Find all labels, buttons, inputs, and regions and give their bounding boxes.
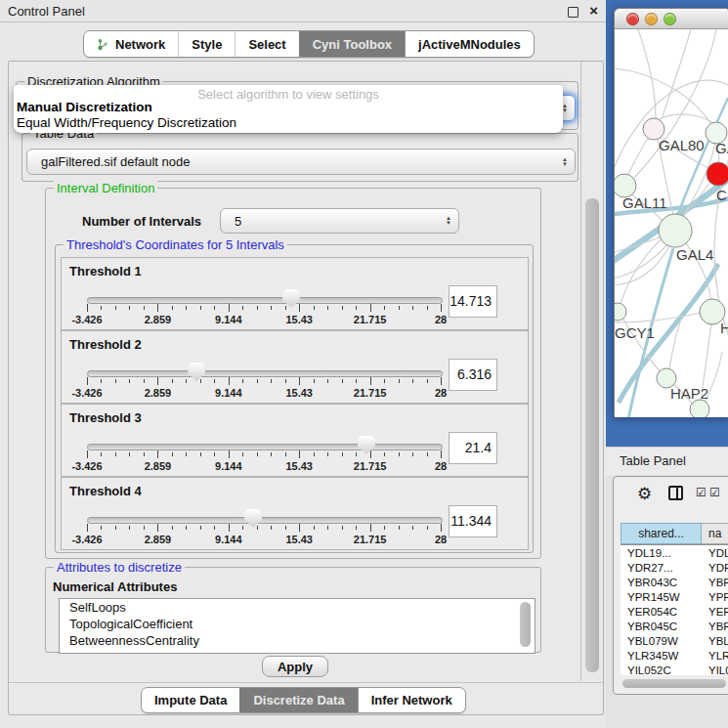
threshold-3-slider[interactable]: -3.4262.8599.14415.4321.71528: [77, 432, 470, 475]
slider-track[interactable]: [87, 297, 443, 304]
threshold-1-value-field[interactable]: 14.713: [449, 285, 497, 318]
close-icon[interactable]: ×: [589, 2, 598, 19]
cell-name[interactable]: YDL1: [702, 547, 728, 559]
table-row[interactable]: YBR045CYBR0: [621, 619, 728, 633]
cell-shared-name[interactable]: YDR27...: [621, 562, 702, 574]
cell-name[interactable]: YIL0: [702, 664, 728, 676]
table-row[interactable]: YDR27...YDR2: [621, 560, 728, 575]
attribute-item-topologicalcoefficient[interactable]: TopologicalCoefficient: [60, 616, 535, 632]
cell-shared-name[interactable]: YDL19...: [621, 547, 702, 559]
minimize-traffic-light[interactable]: [645, 13, 658, 25]
cell-shared-name[interactable]: YBL079W: [621, 635, 702, 647]
network-edge[interactable]: [627, 133, 652, 176]
top-tab-bar: NetworkStyleSelectCyni ToolboxjActiveMNo…: [83, 30, 535, 58]
cell-shared-name[interactable]: YBR043C: [621, 577, 702, 588]
tick-mark: [172, 452, 173, 456]
tick-mark: [441, 450, 442, 458]
tab-select[interactable]: Select: [235, 31, 298, 57]
cell-shared-name[interactable]: YER054C: [621, 606, 702, 618]
table-row[interactable]: YBR043CYBR0: [621, 575, 728, 589]
node-table-rows: YDL19...YDL1YDR27...YDR2YBR043CYBR0YPR14…: [621, 545, 728, 675]
table-row[interactable]: YIL052CYIL0: [621, 663, 728, 675]
cell-shared-name[interactable]: YIL052C: [621, 664, 702, 676]
threshold-4-slider[interactable]: -3.4262.8599.14415.4321.71528: [77, 505, 470, 548]
table-horizontal-scrollbar[interactable]: [622, 679, 726, 688]
cell-name[interactable]: YER0: [702, 606, 728, 618]
threshold-4-value-field[interactable]: 11.344: [449, 505, 497, 537]
table-data-combo[interactable]: galFiltered.sif default node ▲▼: [26, 149, 576, 175]
tab-style[interactable]: Style: [178, 31, 235, 57]
slider-ticks: [87, 524, 441, 533]
select-all-columns-icon[interactable]: ☑: [709, 486, 720, 499]
bottom-tab-discretize-data[interactable]: Discretize Data: [239, 688, 357, 712]
algorithm-option-equal-width[interactable]: Equal Width/Frequency Discretization: [17, 115, 236, 130]
network-edge[interactable]: [656, 114, 716, 125]
attributes-list-scrollbar[interactable]: [520, 602, 531, 647]
table-row[interactable]: YPR145WYPR1: [621, 589, 728, 604]
tab-jactivemnodules[interactable]: jActiveMNodules: [405, 31, 534, 57]
network-node[interactable]: [659, 214, 692, 247]
cell-name[interactable]: YDR2: [702, 562, 728, 574]
cell-name[interactable]: YBR0: [702, 577, 728, 588]
threshold-2-slider[interactable]: -3.4262.8599.14415.4321.71528: [77, 359, 470, 402]
cell-name[interactable]: YBR0: [702, 621, 728, 632]
tick-mark: [399, 452, 400, 456]
table-row[interactable]: YBL079WYBL0: [621, 633, 728, 648]
threshold-1-slider[interactable]: -3.4262.8599.14415.4321.71528: [77, 285, 470, 328]
tab-cyni-toolbox[interactable]: Cyni Toolbox: [299, 31, 405, 57]
apply-button[interactable]: Apply: [262, 656, 328, 677]
tick-label: 28: [435, 460, 447, 472]
column-header-shared-name[interactable]: shared...: [621, 523, 702, 544]
tick-label: 28: [435, 387, 447, 399]
attribute-item-betweennesscentrality[interactable]: BetweennessCentrality: [60, 632, 535, 649]
tab-network[interactable]: Network: [84, 31, 178, 57]
cell-name[interactable]: YLR3: [702, 650, 728, 662]
settings-gear-icon[interactable]: ⚙︎: [637, 484, 652, 504]
network-edge[interactable]: [621, 237, 664, 304]
table-data-group: Table Data galFiltered.sif default node …: [21, 133, 578, 182]
cell-name[interactable]: YBL0: [702, 635, 728, 647]
threshold-2-value-field[interactable]: 6.316: [449, 359, 497, 391]
network-node[interactable]: [615, 303, 626, 321]
split-columns-icon[interactable]: [668, 486, 683, 500]
node-label-gal4: GAL4: [676, 246, 713, 263]
main-vertical-scrollbar[interactable]: [585, 198, 599, 672]
algorithm-option-manual[interactable]: Manual Discretization: [17, 100, 152, 114]
threshold-label: Threshold 4: [69, 484, 142, 498]
tick-mark: [327, 306, 328, 310]
network-canvas-svg[interactable]: GAL80GACGAL11GAL4GCY1HHAP2: [615, 29, 728, 417]
table-row[interactable]: YLR345WYLR3: [621, 648, 728, 663]
threshold-label: Threshold 3: [69, 410, 142, 425]
bottom-tab-impute-data[interactable]: Impute Data: [142, 688, 239, 712]
node-label-ga: GA: [715, 140, 728, 156]
threshold-3-value-field[interactable]: 21.4: [449, 432, 497, 464]
network-node[interactable]: [707, 162, 728, 186]
network-edge[interactable]: [683, 181, 711, 217]
bottom-tab-infer-network[interactable]: Infer Network: [358, 688, 465, 712]
float-window-icon[interactable]: [568, 7, 578, 18]
attribute-item-selfloops[interactable]: SelfLoops: [60, 599, 535, 616]
slider-track[interactable]: [87, 370, 443, 377]
select-columns-icon[interactable]: ☑: [696, 486, 707, 499]
network-node[interactable]: [690, 400, 709, 417]
table-row[interactable]: YER054CYER0: [621, 604, 728, 619]
slider-track[interactable]: [87, 444, 443, 450]
zoom-traffic-light[interactable]: [664, 13, 676, 25]
close-traffic-light[interactable]: [626, 13, 639, 25]
numerical-attributes-list[interactable]: SelfLoopsTopologicalCoefficientBetweenne…: [59, 598, 535, 654]
number-of-intervals-combo[interactable]: 5 ▲▼: [220, 208, 459, 234]
table-row[interactable]: YDL19...YDL1: [621, 545, 728, 560]
cell-shared-name[interactable]: YPR145W: [621, 591, 702, 603]
network-edge[interactable]: [634, 29, 716, 178]
cell-shared-name[interactable]: YBR045C: [621, 621, 702, 632]
tick-mark: [271, 526, 272, 530]
table-data-combo-value: galFiltered.sif default node: [27, 154, 555, 169]
network-edge[interactable]: [615, 313, 701, 322]
column-header-name[interactable]: na: [702, 523, 728, 544]
tick-mark: [186, 306, 187, 310]
cell-name[interactable]: YPR1: [702, 591, 728, 603]
tick-mark: [157, 377, 158, 385]
cell-shared-name[interactable]: YLR345W: [621, 650, 702, 662]
tick-mark: [257, 379, 258, 383]
slider-track[interactable]: [87, 517, 443, 524]
